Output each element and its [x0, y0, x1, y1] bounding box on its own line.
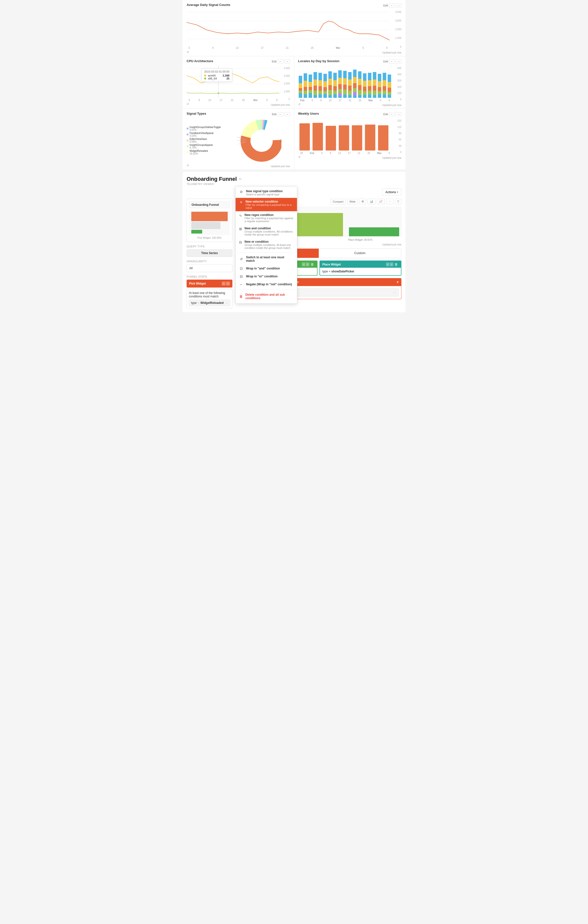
weekly-users-prev-btn[interactable]: ←	[389, 112, 395, 116]
save-widget-next[interactable]: ›	[306, 262, 310, 266]
locales-prev-btn[interactable]: ←	[389, 59, 395, 63]
weekly-users-refresh[interactable]: ↺	[298, 155, 300, 159]
conditions-box: At least one of the following conditions…	[186, 289, 232, 309]
place-widget-next[interactable]: ›	[390, 262, 393, 266]
dropdown-delete[interactable]: 🗑 Delete condition and all sub condition…	[236, 290, 297, 302]
regex-icon: ∿	[239, 213, 242, 218]
dropdown-wrap-or[interactable]: ⊟ Wrap in "or" condition	[236, 272, 297, 280]
cpu-arch-next-btn[interactable]: →	[284, 59, 290, 63]
cpu-arch-refresh[interactable]: ↺	[186, 102, 189, 106]
query-type-label: Query Type	[186, 245, 232, 248]
cpu-arch-title: CPU Architecture	[186, 59, 213, 63]
selector-desc: Filter by comparing a payload key to a v…	[245, 203, 293, 209]
pick-widget-pct-label: Pick Widget: 100.00%	[189, 236, 230, 239]
dropdown-new-selector[interactable]: ≡ New selector condition Filter by compa…	[236, 198, 297, 211]
dropdown-menu: ⊘ New signal type condition Select a spe…	[236, 186, 297, 304]
svg-rect-117	[352, 125, 362, 150]
avg-daily-title: Average Daily Signal Counts	[186, 3, 231, 7]
funnel-edit-icon[interactable]: ✏	[239, 177, 242, 181]
dropdown-wrap-and[interactable]: ⊡ Wrap in "and" condition	[236, 264, 297, 272]
svg-rect-77	[368, 91, 371, 94]
avg-daily-x-labels: 5913172125Mar59	[186, 46, 390, 49]
legend-pct-1: 0.03%	[189, 134, 214, 137]
custom-tab[interactable]: Custom	[319, 249, 402, 258]
pick-widget-left-btn[interactable]: ‹	[222, 282, 226, 285]
dropdown-new-regex[interactable]: ∿ New regex condition Filter by matching…	[236, 211, 297, 224]
avg-daily-refresh[interactable]: ↺	[186, 51, 189, 54]
weekly-users-next-btn[interactable]: →	[396, 112, 402, 116]
place-widget-prev[interactable]: ‹	[386, 262, 390, 266]
legend-item-0: InsightGroupsSidebarToggle 0.01%	[186, 126, 221, 131]
line-icon-btn[interactable]: 📈	[377, 199, 385, 204]
signal-types-title: Signal Types	[186, 112, 206, 116]
signal-types-donut: InsightShown 54.03%	[232, 119, 282, 163]
wrap-and-icon: ⊡	[239, 266, 244, 271]
actions-button[interactable]: Actions ▾	[382, 188, 402, 196]
time-series-option[interactable]: Time Series	[187, 250, 232, 257]
locales-next-btn[interactable]: →	[396, 59, 402, 63]
table-icon-btn[interactable]: ⊞	[359, 199, 366, 204]
svg-text:InsightShown: InsightShown	[281, 139, 282, 141]
signal-types-footer: Updated just now	[271, 165, 290, 168]
granularity-value[interactable]: All	[186, 264, 232, 272]
switch-icon: ↺	[239, 257, 244, 261]
weekly-users-title: Weekly Users	[298, 112, 319, 116]
save-widget-delete[interactable]: 🗑	[310, 262, 315, 266]
chart-icon-btn[interactable]: 📊	[367, 199, 376, 204]
pick-widget-step[interactable]: Pick Widget ‹ ›	[186, 280, 232, 287]
svg-rect-89	[382, 91, 386, 94]
legend-item-2: EditorViewSave 0.08%	[186, 138, 221, 143]
gap-2	[344, 207, 349, 236]
weekly-users-edit-btn[interactable]: Edit	[383, 113, 388, 116]
wrap-or-label: Wrap in "or" condition	[246, 275, 278, 278]
dots-icon-btn[interactable]: ⋯	[386, 199, 394, 204]
dropdown-new-signal[interactable]: ⊘ New signal type condition Select a spe…	[236, 188, 297, 198]
cpu-arm64-label: arm64	[208, 74, 216, 77]
locales-edit-btn[interactable]: Edit	[383, 60, 388, 63]
signal-types-prev-btn[interactable]: ←	[278, 112, 283, 116]
cond2-more[interactable]: ···	[394, 291, 396, 294]
signal-types-refresh[interactable]: ↺	[186, 164, 189, 168]
all-conditions-chevron[interactable]: ▾	[397, 280, 399, 284]
filter-icon-btn[interactable]: ▽	[395, 199, 402, 204]
weekly-users-svg	[298, 119, 392, 150]
place-cond-val: showDatePicker	[331, 270, 354, 273]
pick-widget-right-btn[interactable]: ›	[226, 282, 230, 285]
place-widget-body: type = showDatePicker	[320, 268, 401, 275]
cond1-more[interactable]: ···	[226, 301, 228, 305]
place-widget-delete[interactable]: 🗑	[394, 262, 399, 266]
signal-types-edit-btn[interactable]: Edit	[272, 113, 277, 116]
dropdown-switch[interactable]: ↺ Switch to at least one must match	[236, 254, 297, 264]
legend-label-3: InsightGroupsAppear	[189, 144, 213, 146]
legend-label-0: InsightGroupsSidebarToggle	[189, 126, 221, 129]
dropdown-negate[interactable]: ⌐ Negate (Wrap in "not" condition)	[236, 280, 297, 288]
save-widget-prev[interactable]: ‹	[302, 262, 305, 266]
dropdown-new-and[interactable]: ⊞ New and condition Group multiple condi…	[236, 224, 297, 238]
avg-daily-edit-btn[interactable]: Edit	[383, 4, 388, 7]
y-label-0: 0	[392, 46, 402, 48]
legend-item-3: InsightGroupsAppear 4.70%	[186, 144, 221, 149]
signal-types-next-btn[interactable]: →	[284, 112, 290, 116]
compact-view-btn[interactable]: Compact	[330, 199, 346, 204]
cpu-tooltip-date: 2023-03-02 01:00:00	[204, 70, 229, 73]
condition-row-1: type = WidgetReloaded ···	[189, 300, 230, 306]
place-widget-label: Place Widget	[323, 263, 341, 266]
weekly-users-chart: Weekly Users Edit ← →	[294, 109, 405, 170]
avg-daily-prev-btn[interactable]: ←	[389, 3, 395, 7]
avg-daily-next-btn[interactable]: →	[396, 3, 402, 7]
svg-rect-43	[328, 90, 332, 95]
legend-pct-0: 0.01%	[189, 129, 221, 131]
svg-rect-56	[343, 89, 346, 94]
dropdown-new-or[interactable]: ⊟ New or condition Group multiple condit…	[236, 238, 297, 251]
cpu-arch-edit-btn[interactable]: Edit	[272, 60, 277, 63]
locales-refresh[interactable]: ↺	[298, 103, 300, 107]
negate-label: Negate (Wrap in "not" condition)	[246, 282, 292, 286]
cpu-arch-prev-btn[interactable]: ←	[278, 59, 283, 63]
or-desc: Group multiple conditions. At least one …	[244, 243, 293, 249]
actions-dropdown-wrapper: Actions ▾	[382, 188, 402, 196]
svg-rect-69	[358, 90, 361, 95]
wide-view-btn[interactable]: Wide	[347, 199, 358, 204]
y-label-2000: 2,000	[392, 28, 402, 31]
cond1-eq: =	[198, 301, 199, 305]
svg-rect-93	[387, 92, 391, 95]
